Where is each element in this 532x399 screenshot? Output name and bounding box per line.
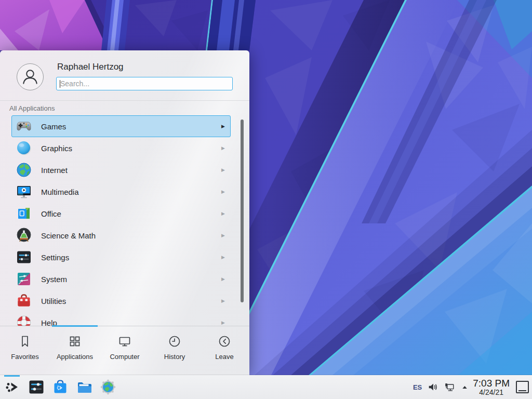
tab-favorites[interactable]: Favorites — [0, 326, 50, 376]
taskbar-app-system-settings[interactable] — [27, 375, 46, 399]
user-icon — [19, 65, 42, 88]
science-icon — [16, 227, 32, 244]
launcher-tabbar: FavoritesApplicationsComputerHistoryLeav… — [0, 326, 249, 376]
category-item-system[interactable]: System▶ — [11, 268, 231, 290]
tab-history[interactable]: History — [150, 326, 200, 376]
web-browser-icon — [100, 379, 116, 395]
submenu-arrow-icon: ▶ — [221, 298, 225, 303]
expand-tray-icon[interactable] — [460, 383, 469, 392]
header-divider — [0, 100, 249, 101]
taskbar-app-application-launcher[interactable] — [3, 375, 22, 399]
globe-icon — [16, 162, 32, 178]
bookmark-icon — [18, 334, 32, 349]
category-item-games[interactable]: Games▶ — [11, 115, 231, 137]
system-icon — [16, 271, 32, 287]
desktop: Raphael Hertzog Search... All Applicatio… — [0, 0, 532, 399]
category-label: Settings — [41, 253, 69, 262]
tab-label: Leave — [215, 353, 233, 361]
settings-icon — [16, 249, 32, 265]
submenu-arrow-icon: ▶ — [221, 255, 225, 260]
kde-launcher-icon — [4, 379, 21, 395]
submenu-arrow-icon: ▶ — [221, 124, 225, 129]
tab-label: Applications — [57, 353, 93, 361]
category-label: Science & Math — [41, 231, 96, 240]
submenu-arrow-icon: ▶ — [221, 167, 225, 172]
tab-computer[interactable]: Computer — [100, 326, 150, 376]
category-label: Utilities — [41, 297, 66, 305]
category-item-utilities[interactable]: Utilities▶ — [11, 290, 231, 312]
tab-label: History — [164, 353, 185, 361]
category-item-settings[interactable]: Settings▶ — [11, 246, 231, 268]
dolphin-icon — [76, 379, 92, 395]
show-desktop-button[interactable] — [516, 381, 529, 393]
category-label: Multimedia — [41, 188, 79, 196]
category-item-help[interactable]: Help▶ — [11, 312, 231, 326]
multimedia-icon — [16, 183, 32, 200]
category-label: Graphics — [41, 144, 72, 153]
category-item-multimedia[interactable]: Multimedia▶ — [11, 181, 231, 203]
category-label: Office — [41, 209, 61, 218]
office-icon — [16, 205, 32, 222]
category-list: Games▶Graphics▶Internet▶Multimedia▶Offic… — [0, 115, 249, 326]
taskbar-apps — [3, 375, 123, 399]
submenu-arrow-icon: ▶ — [221, 211, 225, 216]
digital-clock[interactable]: 7:03 PM 4/24/21 — [473, 378, 510, 396]
monitor-icon — [117, 334, 132, 349]
search-placeholder: Search... — [60, 79, 89, 88]
tab-applications[interactable]: Applications — [50, 326, 100, 376]
graphics-icon — [16, 140, 32, 156]
category-item-internet[interactable]: Internet▶ — [11, 159, 231, 181]
volume-icon[interactable] — [427, 381, 438, 393]
submenu-arrow-icon: ▶ — [221, 233, 225, 238]
network-icon[interactable] — [444, 381, 455, 393]
category-item-office[interactable]: Office▶ — [11, 203, 231, 224]
category-label: Help — [41, 318, 57, 326]
scrollbar[interactable] — [241, 119, 244, 302]
utilities-icon — [16, 292, 32, 309]
submenu-arrow-icon: ▶ — [221, 189, 225, 194]
submenu-arrow-icon: ▶ — [221, 320, 225, 325]
taskbar-app-file-manager[interactable] — [75, 375, 94, 399]
category-item-science-math[interactable]: Science & Math▶ — [11, 224, 231, 246]
section-label: All Applications — [9, 104, 55, 112]
category-label: Internet — [41, 166, 68, 175]
grid-icon — [68, 334, 82, 349]
application-launcher-menu: Raphael Hertzog Search... All Applicatio… — [0, 50, 249, 375]
search-input[interactable]: Search... — [56, 77, 233, 90]
clock-date: 4/24/21 — [473, 389, 510, 396]
clock-time: 7:03 PM — [473, 378, 510, 389]
discover-icon — [52, 379, 69, 395]
category-label: Games — [41, 122, 66, 131]
leave-icon — [217, 334, 232, 349]
tab-label: Computer — [110, 353, 139, 361]
taskbar-app-web-browser[interactable] — [99, 375, 117, 399]
tab-leave[interactable]: Leave — [200, 326, 249, 376]
system-tray: ES — [413, 381, 469, 393]
active-tab-indicator — [52, 325, 98, 327]
taskbar-app-discover[interactable] — [51, 375, 70, 399]
category-item-graphics[interactable]: Graphics▶ — [11, 137, 231, 159]
keyboard-layout-indicator[interactable]: ES — [413, 383, 422, 391]
taskbar: ES 7:03 PM 4/24/21 — [0, 375, 532, 399]
submenu-arrow-icon: ▶ — [221, 145, 225, 151]
submenu-arrow-icon: ▶ — [221, 276, 225, 282]
clock-icon — [167, 334, 182, 349]
help-icon — [16, 314, 32, 326]
gamepad-icon — [16, 118, 32, 135]
user-name: Raphael Hertzog — [57, 62, 124, 72]
tab-label: Favorites — [11, 353, 38, 361]
system-settings-icon — [28, 379, 45, 395]
category-label: System — [41, 275, 67, 284]
user-avatar[interactable] — [17, 63, 44, 90]
